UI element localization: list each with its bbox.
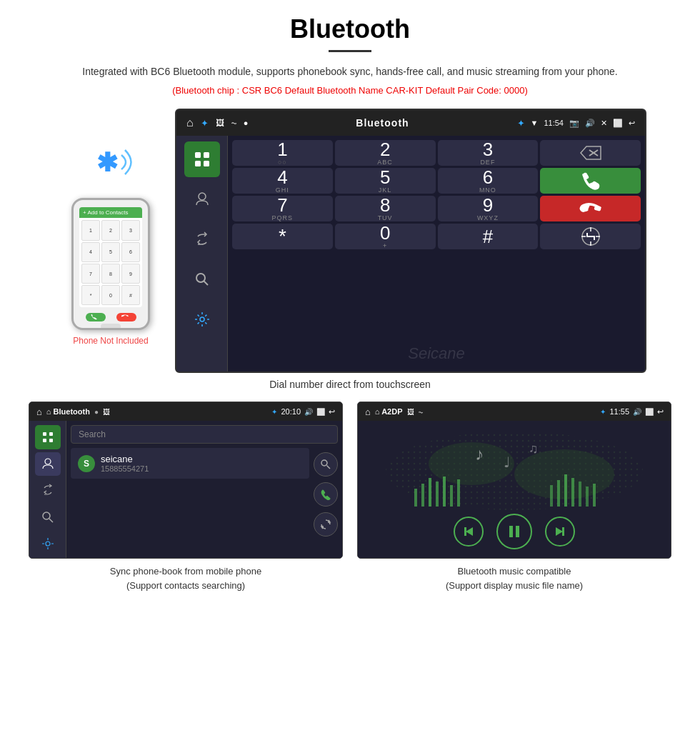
pb-sidebar-contacts[interactable] [35, 452, 61, 476]
music-home-icon[interactable]: ⌂ [365, 407, 371, 417]
phone-key[interactable]: 1 [81, 220, 100, 240]
phone-call-button[interactable] [86, 313, 106, 321]
prev-track-button[interactable] [454, 517, 484, 547]
svg-marker-43 [466, 527, 473, 536]
clock: 11:54 [544, 119, 564, 127]
pb-home-icon[interactable]: ⌂ [36, 407, 42, 417]
contact-info: seicane 15885554271 [101, 454, 302, 473]
bt-status-icon: ✦ [201, 118, 209, 129]
music-headunit: ⌂ ⌂ A2DP 🖼 ⏦ ✦ 11:55 🔊 ⬜ ↩ [357, 402, 671, 559]
close-icon[interactable]: ✕ [601, 119, 607, 128]
pb-bt-icon: ● [94, 408, 99, 416]
pb-back-icon[interactable]: ↩ [329, 407, 335, 417]
dial-key-delete[interactable] [540, 140, 641, 166]
pb-body: Search S seicane 15885554271 [29, 421, 342, 559]
svg-rect-42 [593, 484, 596, 507]
phone-key[interactable]: * [81, 285, 100, 305]
phone-key[interactable]: 4 [81, 242, 100, 262]
dial-key-2[interactable]: 2 ABC [335, 140, 436, 166]
music-player-content: ♪ ♫ ♩ [358, 421, 671, 559]
dial-key-4[interactable]: 4 GHI [232, 168, 333, 194]
hu-dialpad: 1 ○○ 2 ABC 3 DEF [228, 136, 645, 254]
phone-key[interactable]: 7 [81, 264, 100, 284]
contact-number: 15885554271 [101, 464, 302, 473]
phone-key[interactable]: 6 [121, 242, 140, 262]
dial-key-3[interactable]: 3 DEF [438, 140, 539, 166]
main-headunit: ⌂ ✦ 🖼 ⏦ ● Bluetooth ✦ ▼ 11:54 📷 🔊 ✕ ⬜ ↩ [175, 109, 646, 373]
sidebar-settings-icon[interactable] [184, 301, 220, 337]
dial-key-6[interactable]: 6 MNO [438, 168, 539, 194]
camera-icon: 📷 [569, 119, 579, 128]
usb-icon: ⏦ [231, 118, 236, 128]
dial-key-0[interactable]: 0 + [335, 224, 436, 249]
phone-key[interactable]: 2 [101, 220, 120, 240]
svg-rect-37 [557, 480, 560, 507]
dial-key-hash[interactable]: # [438, 224, 539, 249]
sidebar-contacts-icon[interactable] [184, 181, 220, 217]
bt-signal-icon: ✱ [86, 137, 136, 187]
pb-call-btn[interactable] [314, 482, 338, 507]
contact-letter-badge: S [78, 455, 95, 472]
dial-key-9[interactable]: 9 WXYZ [438, 196, 539, 221]
phone-key[interactable]: # [121, 285, 140, 305]
next-track-button[interactable] [545, 517, 575, 547]
svg-rect-40 [579, 482, 581, 507]
dial-key-star[interactable]: * [232, 224, 333, 249]
svg-rect-4 [204, 161, 209, 166]
phone-screen-header: + Add to Contacts [79, 207, 142, 218]
music-volume-icon: 🔊 [633, 408, 641, 416]
sidebar-search-icon[interactable] [184, 261, 220, 297]
music-controls [454, 514, 575, 555]
phone-key[interactable]: 9 [121, 264, 140, 284]
pb-refresh-btn[interactable] [314, 512, 338, 537]
dial-key-swap[interactable] [540, 224, 641, 249]
svg-rect-15 [49, 439, 53, 442]
phonebook-actions [314, 448, 342, 541]
play-pause-button[interactable] [496, 514, 532, 549]
sidebar-transfer-icon[interactable] [184, 221, 220, 257]
sidebar-apps-icon[interactable] [184, 141, 220, 177]
dial-key-8[interactable]: 8 TUV [335, 196, 436, 221]
dial-key-5[interactable]: 5 JKL [335, 168, 436, 194]
svg-rect-13 [49, 432, 53, 436]
pb-search-btn[interactable] [314, 452, 338, 477]
back-icon[interactable]: ↩ [629, 119, 635, 128]
phone-key[interactable]: 0 [101, 285, 120, 305]
svg-line-18 [49, 519, 53, 522]
pb-sidebar-apps[interactable] [35, 425, 61, 449]
svg-rect-41 [586, 487, 589, 507]
svg-rect-44 [464, 527, 466, 536]
bottom-screenshots: ⌂ ⌂ Bluetooth ● 🖼 ✦ 20:10 🔊 ⬜ ↩ [0, 402, 700, 592]
svg-text:♫: ♫ [529, 442, 539, 456]
phone-key[interactable]: 5 [101, 242, 120, 262]
home-icon[interactable]: ⌂ [186, 116, 194, 129]
svg-rect-39 [571, 478, 574, 507]
svg-point-20 [321, 460, 327, 466]
pb-sidebar-settings[interactable] [35, 532, 61, 555]
music-back-icon[interactable]: ↩ [657, 407, 664, 417]
svg-text:♩: ♩ [504, 454, 510, 470]
hu-statusbar-app-name: Bluetooth [356, 117, 409, 129]
dial-key-call[interactable] [540, 168, 641, 194]
pb-media-icon: 🖼 [103, 408, 110, 416]
pb-sidebar-search[interactable] [35, 505, 61, 529]
dial-key-1[interactable]: 1 ○○ [232, 140, 333, 166]
svg-rect-48 [562, 527, 564, 536]
phone-home-button[interactable] [101, 324, 121, 329]
phone-key[interactable]: 3 [121, 220, 140, 240]
music-close-icon[interactable]: ⬜ [645, 408, 654, 416]
pb-close-icon[interactable]: ⬜ [316, 408, 325, 416]
music-bt-icon: ✦ [600, 408, 606, 416]
hu-body: 1 ○○ 2 ABC 3 DEF [176, 136, 645, 372]
phonebook-unit: ⌂ ⌂ Bluetooth ● 🖼 ✦ 20:10 🔊 ⬜ ↩ [29, 402, 343, 592]
svg-rect-33 [443, 477, 446, 507]
phone-key[interactable]: 8 [101, 264, 120, 284]
pb-sidebar-transfer[interactable] [35, 479, 61, 502]
music-visualization: ♪ ♫ ♩ [365, 428, 664, 514]
phone-screen-body: 1 2 3 4 5 6 7 8 9 * 0 # [79, 218, 142, 307]
phonebook-search-field[interactable]: Search [71, 425, 338, 444]
phone-end-button[interactable] [116, 313, 136, 321]
dial-key-end[interactable] [540, 196, 641, 221]
dial-key-7[interactable]: 7 PQRS [232, 196, 333, 221]
hu-dialpad-wrapper: 1 ○○ 2 ABC 3 DEF [228, 136, 645, 372]
